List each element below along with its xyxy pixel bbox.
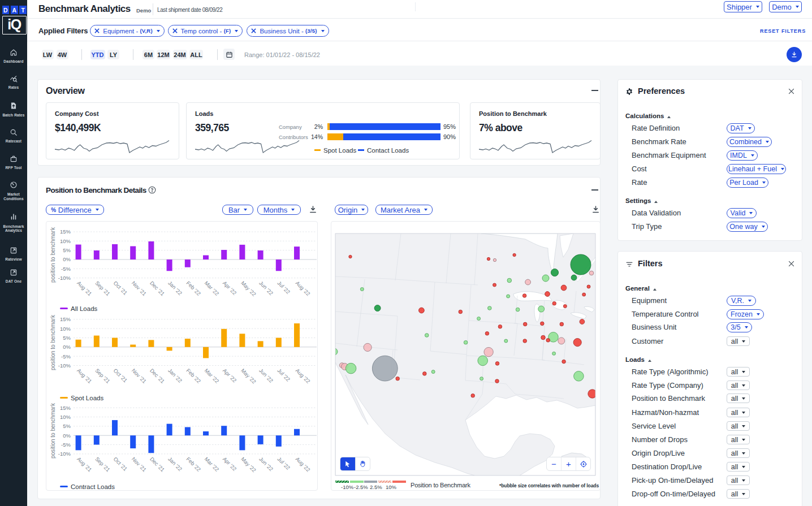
svg-text:5%: 5% (63, 335, 71, 341)
svg-text:Jan '22: Jan '22 (167, 456, 183, 472)
svg-text:Feb '22: Feb '22 (185, 280, 202, 297)
svg-text:Jul '22: Jul '22 (276, 280, 291, 295)
svg-text:Nov '21: Nov '21 (131, 456, 148, 473)
svg-text:Aug '21: Aug '21 (76, 456, 93, 473)
svg-text:May '22: May '22 (240, 367, 257, 385)
svg-text:All Loads: All Loads (71, 305, 98, 312)
svg-text:Jul '22: Jul '22 (276, 367, 291, 383)
svg-text:Jun '22: Jun '22 (258, 280, 274, 296)
svg-text:-10%: -10% (58, 275, 71, 281)
svg-text:15%: 15% (60, 316, 71, 322)
svg-text:Dec '21: Dec '21 (149, 280, 166, 297)
svg-text:Jul '22: Jul '22 (276, 456, 291, 471)
svg-text:Apr '22: Apr '22 (222, 456, 238, 472)
svg-text:Aug '22: Aug '22 (295, 367, 312, 384)
svg-text:position to benchmark: position to benchmark (50, 314, 56, 370)
svg-text:Sep '21: Sep '21 (94, 280, 111, 297)
svg-text:Dec '21: Dec '21 (149, 456, 166, 473)
svg-text:-10%: -10% (58, 362, 71, 369)
svg-text:Sep '21: Sep '21 (94, 456, 111, 473)
svg-text:Jun '22: Jun '22 (258, 456, 274, 472)
svg-text:Apr '22: Apr '22 (222, 367, 238, 384)
svg-text:15%: 15% (60, 228, 71, 235)
svg-text:Oct '21: Oct '21 (113, 456, 129, 472)
svg-text:Spot Loads: Spot Loads (71, 395, 103, 401)
svg-text:15%: 15% (60, 405, 71, 411)
svg-text:-5%: -5% (61, 442, 71, 448)
svg-text:Apr '22: Apr '22 (222, 280, 238, 296)
svg-text:10%: 10% (60, 326, 71, 332)
svg-text:Jan '22: Jan '22 (167, 367, 183, 384)
svg-text:5%: 5% (63, 423, 71, 429)
svg-text:Oct '21: Oct '21 (113, 280, 129, 296)
svg-text:Mar '22: Mar '22 (204, 456, 221, 473)
svg-text:Feb '22: Feb '22 (185, 456, 202, 473)
svg-text:-10%: -10% (58, 451, 71, 457)
svg-text:Jan '22: Jan '22 (167, 280, 183, 296)
svg-text:Aug '21: Aug '21 (76, 280, 93, 297)
svg-text:Sep '21: Sep '21 (94, 367, 111, 384)
svg-text:Jun '22: Jun '22 (258, 367, 274, 384)
svg-text:May '22: May '22 (240, 280, 257, 297)
svg-text:Nov '21: Nov '21 (131, 367, 148, 384)
svg-text:-5%: -5% (61, 266, 71, 272)
svg-text:10%: 10% (60, 414, 71, 420)
svg-text:May '22: May '22 (240, 456, 257, 473)
svg-text:Oct '21: Oct '21 (113, 367, 129, 384)
svg-text:Mar '22: Mar '22 (204, 367, 221, 384)
svg-text:-5%: -5% (61, 353, 71, 360)
svg-text:0%: 0% (63, 433, 71, 439)
svg-text:Contract Loads: Contract Loads (71, 483, 115, 490)
svg-text:Nov '21: Nov '21 (131, 280, 148, 297)
svg-text:0%: 0% (63, 256, 71, 262)
svg-text:Mar '22: Mar '22 (204, 280, 221, 297)
svg-text:position to benchmark: position to benchmark (50, 403, 56, 459)
svg-text:Dec '21: Dec '21 (149, 367, 166, 384)
svg-text:Aug '22: Aug '22 (295, 280, 312, 297)
svg-text:Aug '21: Aug '21 (76, 367, 93, 384)
svg-text:Feb '22: Feb '22 (185, 367, 202, 384)
svg-text:Aug '22: Aug '22 (295, 456, 312, 473)
svg-text:5%: 5% (63, 247, 71, 253)
svg-text:10%: 10% (60, 238, 71, 244)
svg-text:position to benchmark: position to benchmark (50, 227, 56, 283)
svg-text:0%: 0% (63, 344, 71, 350)
